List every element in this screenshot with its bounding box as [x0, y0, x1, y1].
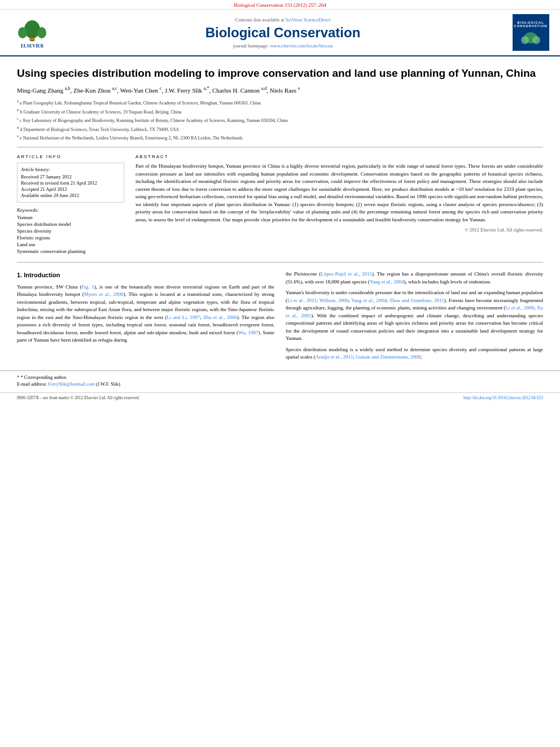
journal-citation-bar: Biological Conservation 153 (2012) 257–2…	[0, 0, 560, 10]
svg-point-1	[24, 20, 40, 38]
keyword-1: Yunnan	[17, 215, 124, 220]
zhu-link[interactable]: Zhu et al., 2006	[203, 314, 237, 320]
article-info-abstract-section: ARTICLE INFO Article history: Received 2…	[17, 147, 543, 263]
header-center: Contents lists available at SciVerse Sci…	[58, 17, 508, 49]
copyright-line: © 2012 Elsevier Ltd. All rights reserved…	[135, 224, 543, 233]
intro-para-right-3: Species distribution modeling is a widel…	[286, 346, 543, 361]
bio-cons-badge: BIOLOGICAL CONSERVATION	[513, 14, 549, 51]
intro-para-right-2: Yunnan's biodiversity is under considera…	[286, 289, 543, 343]
affil-d: d d Department of Biological Sciences, T…	[17, 125, 543, 133]
keywords-title: Keywords:	[17, 207, 124, 213]
body-right-column: the Pleistocene (López-Pujol et al., 201…	[286, 270, 543, 365]
willson-link[interactable]: Willson, 2006	[320, 298, 348, 303]
contents-available-text: Contents lists available at	[235, 17, 285, 23]
affil-a: a a Plant Geography Lab, Xishuangbanna T…	[17, 98, 543, 107]
yang-link[interactable]: Yang et al., 2004	[370, 279, 404, 285]
keyword-3: Species diversity	[17, 228, 124, 234]
yang04-link[interactable]: Yang et al., 2004	[351, 298, 387, 303]
email-note: E-mail address: FerrySlik@hotmail.com (J…	[17, 381, 543, 387]
homepage-label: journal homepage:	[233, 43, 269, 49]
article-title: Using species distribution modeling to i…	[17, 67, 543, 81]
intro-para-right-1: the Pleistocene (López-Pujol et al., 201…	[286, 270, 543, 286]
elsevier-wordmark: ELSEVIER	[21, 43, 43, 49]
keyword-2: Species distribution model	[17, 221, 124, 227]
keywords-box: Keywords: Yunnan Species distribution mo…	[17, 207, 124, 254]
elsevier-logo-block: ELSEVIER	[7, 17, 58, 49]
keyword-6: Systematic conservation planning	[17, 248, 124, 254]
xu-link[interactable]: Xu et al., 2005	[286, 305, 543, 318]
zhou-link[interactable]: Zhou and Grumbine, 2011	[390, 298, 444, 303]
received-date: Received 27 January 2012	[21, 174, 120, 180]
li2011-link[interactable]: Li et al., 2011	[287, 298, 317, 303]
bio-cons-badge-block: BIOLOGICAL CONSERVATION	[508, 14, 553, 51]
corresponding-author-note: * * Corresponding author.	[17, 374, 543, 380]
license-text: 0006-3207/$ – see front matter © 2012 El…	[17, 395, 139, 400]
affil-e: e e National Herbarium of the Netherland…	[17, 133, 543, 142]
journal-homepage: journal homepage: www.elsevier.com/locat…	[58, 43, 508, 49]
intro-section-title: 1. Introduction	[17, 270, 274, 280]
affil-c: c c Key Laboratory of Biogeography and B…	[17, 116, 543, 124]
bottom-bar: 0006-3207/$ – see front matter © 2012 El…	[0, 392, 560, 403]
page-footer: * * Corresponding author. E-mail address…	[0, 370, 560, 390]
sciverse-link[interactable]: SciVerse ScienceDirect	[286, 17, 331, 23]
main-content: Using species distribution modeling to i…	[0, 56, 560, 365]
email-link[interactable]: FerrySlik@hotmail.com	[48, 381, 95, 387]
received-revised-date: Received in revised form 21 April 2012	[21, 180, 120, 186]
keyword-4: Floristic regions	[17, 235, 124, 241]
guisan-link[interactable]: Guisan and Zimmermann, 2000	[356, 354, 420, 360]
body-left-column: 1. Introduction Yunnan province, SW Chin…	[17, 270, 274, 365]
journal-citation-text: Biological Conservation 153 (2012) 257–2…	[234, 2, 326, 8]
fig1-link[interactable]: Fig. 1	[81, 284, 94, 290]
araujo-link[interactable]: Araújo et al., 2011	[315, 354, 353, 360]
affiliations: a a Plant Geography Lab, Xishuangbanna T…	[17, 98, 543, 142]
intro-para-1: Yunnan province, SW China (Fig. 1), is o…	[17, 283, 274, 344]
journal-header: ELSEVIER Contents lists available at Sci…	[0, 10, 560, 56]
article-authors: Ming-Gang Zhang a,b, Zhe-Kun Zhou a,c, W…	[17, 85, 543, 95]
svg-point-3	[37, 27, 46, 38]
lopez-link[interactable]: López-Pujol et al., 2011	[321, 271, 372, 277]
article-info-heading: ARTICLE INFO	[17, 154, 124, 159]
svg-point-6	[521, 36, 529, 44]
abstract-column: ABSTRACT Part of the Himalayan biodivers…	[135, 154, 543, 255]
article-info-column: ARTICLE INFO Article history: Received 2…	[17, 154, 124, 255]
affil-b: b b Graduate University of Chinese Acade…	[17, 107, 543, 116]
history-title: Article history:	[21, 167, 120, 172]
li-li-link[interactable]: Li and Li, 1997	[167, 314, 200, 320]
svg-rect-4	[30, 40, 34, 41]
article-history-box: Article history: Received 27 January 201…	[17, 163, 124, 203]
sciverse-line: Contents lists available at SciVerse Sci…	[58, 17, 508, 23]
svg-point-2	[18, 27, 27, 38]
wu-link[interactable]: Wu, 1987	[238, 330, 259, 335]
abstract-text: Part of the Himalayan biodiversity hotsp…	[135, 163, 543, 224]
li06-link[interactable]: Li et al., 2006	[505, 305, 534, 311]
elsevier-tree-icon	[12, 17, 52, 42]
homepage-url: www.elsevier.com/locate/biocon	[270, 43, 333, 49]
keyword-5: Land use	[17, 242, 124, 247]
journal-title: Biological Conservation	[58, 25, 508, 41]
body-section: 1. Introduction Yunnan province, SW Chin…	[17, 263, 543, 365]
accepted-date: Accepted 21 April 2012	[21, 186, 120, 192]
abstract-heading: ABSTRACT	[135, 154, 543, 159]
myers-link[interactable]: Myers et al., 2000	[84, 291, 124, 297]
doi-link[interactable]: http://dx.doi.org/10.1016/j.biocon.2012.…	[463, 395, 543, 400]
svg-point-7	[532, 36, 540, 44]
article-title-section: Using species distribution modeling to i…	[17, 56, 543, 147]
badge-icon	[519, 28, 542, 45]
available-date: Available online 29 June 2012	[21, 193, 120, 198]
